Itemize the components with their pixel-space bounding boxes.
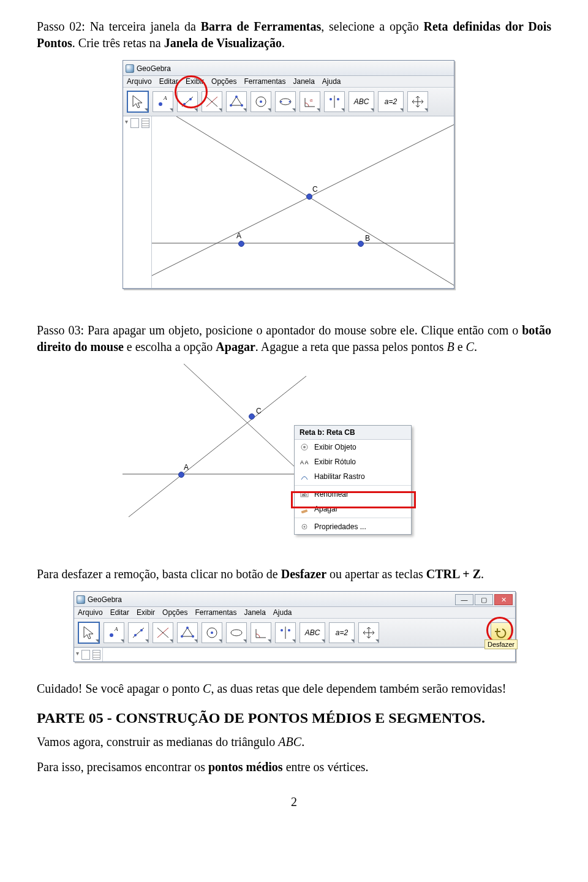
tool-reflect[interactable] xyxy=(275,622,296,643)
tool-move-view[interactable] xyxy=(358,622,379,643)
undo-text: Para desfazer a remoção, basta clicar no… xyxy=(37,566,551,582)
tool-slider[interactable]: a=2 xyxy=(378,91,404,112)
label-c2: C xyxy=(256,407,262,415)
menu-editar[interactable]: Editar xyxy=(110,608,129,617)
menu-arquivo[interactable]: Arquivo xyxy=(78,608,103,617)
svg-marker-41 xyxy=(182,628,193,636)
italic: B xyxy=(447,340,454,353)
menu-ajuda[interactable]: Ajuda xyxy=(322,77,341,86)
menu-ferramentas[interactable]: Ferramentas xyxy=(195,608,236,617)
cursor-icon xyxy=(81,625,96,640)
text: Passo 03: Para apagar um objeto, posicio… xyxy=(37,323,522,337)
ctx-label: Renomear xyxy=(314,490,349,499)
svg-point-18 xyxy=(330,98,332,100)
axes-icon[interactable] xyxy=(81,650,90,660)
menu-janela[interactable]: Janela xyxy=(244,608,265,617)
tool-point[interactable]: A xyxy=(153,91,173,112)
side-panel: ▾ xyxy=(123,116,152,288)
tool-move[interactable] xyxy=(78,622,100,644)
maximize-button[interactable]: ▢ xyxy=(475,594,493,605)
tool-circle[interactable] xyxy=(202,622,222,643)
app-icon xyxy=(77,595,85,604)
geogebra-window: GeoGebra Arquivo Editar Exibir Opções Fe… xyxy=(123,60,454,289)
tool-angle[interactable]: α xyxy=(300,91,320,112)
tool-text[interactable]: ABC xyxy=(349,91,374,112)
tool-ellipse[interactable] xyxy=(226,622,247,643)
svg-line-20 xyxy=(152,123,454,276)
text: . xyxy=(481,567,484,581)
move-view-icon xyxy=(361,625,376,640)
minimize-button[interactable]: — xyxy=(455,594,473,605)
text: , selecione a opção xyxy=(321,20,423,33)
menu-opcoes[interactable]: Opções xyxy=(211,77,236,86)
move-view-icon xyxy=(410,94,425,109)
svg-point-50 xyxy=(288,629,290,631)
svg-point-49 xyxy=(281,629,283,631)
axes-icon[interactable] xyxy=(130,118,139,128)
tool-reflect[interactable] xyxy=(324,91,345,112)
svg-text:A A: A A xyxy=(300,459,309,466)
svg-point-46 xyxy=(211,631,213,634)
tool-circle[interactable] xyxy=(251,91,271,112)
ctx-exibir-rotulo[interactable]: A A Exibir Rótulo xyxy=(295,454,411,469)
menu-janela[interactable]: Janela xyxy=(293,77,314,86)
svg-point-19 xyxy=(337,98,339,100)
menu-arquivo[interactable]: Arquivo xyxy=(127,77,152,86)
tool-move-view[interactable] xyxy=(407,91,428,112)
menu-ferramentas[interactable]: Ferramentas xyxy=(244,77,285,86)
text: . Agague a reta que passa pelos pontos xyxy=(255,340,447,353)
tool-line[interactable] xyxy=(128,622,149,643)
polygon-icon xyxy=(229,94,244,109)
svg-point-12 xyxy=(260,100,262,103)
ctx-propriedades[interactable]: Propriedades ... xyxy=(295,519,411,534)
geogebra-window-wide: GeoGebra — ▢ ✕ Arquivo Editar Exibir Opç… xyxy=(74,591,516,662)
svg-point-0 xyxy=(159,102,162,106)
tool-ellipse[interactable] xyxy=(275,91,296,112)
svg-point-15 xyxy=(289,101,291,103)
ctx-exibir-objeto[interactable]: Exibir Objeto xyxy=(295,440,411,454)
app-title: GeoGebra xyxy=(137,64,171,73)
ellipse-icon xyxy=(278,94,293,109)
tool-move[interactable] xyxy=(127,91,149,113)
ctx-apagar[interactable]: Apagar xyxy=(295,502,411,516)
tool-slider[interactable]: a=2 xyxy=(329,622,355,643)
text: . xyxy=(474,340,477,353)
menu-opcoes[interactable]: Opções xyxy=(162,608,187,617)
svg-point-37 xyxy=(134,634,137,636)
point-c2[interactable] xyxy=(249,413,255,420)
point-a2[interactable] xyxy=(178,472,184,478)
rename-icon: ab xyxy=(300,489,309,499)
circle-icon xyxy=(205,625,219,640)
menu-editar[interactable]: Editar xyxy=(159,77,178,86)
point-c[interactable] xyxy=(306,194,312,200)
drawing-canvas[interactable]: C A B xyxy=(152,116,454,288)
section-heading: PARTE 05 - CONSTRUÇÃO DE PONTOS MÉDIOS E… xyxy=(37,708,551,728)
menu-exibir[interactable]: Exibir xyxy=(137,608,155,617)
ctx-renomear[interactable]: ab Renomear xyxy=(295,487,411,502)
tool-polygon[interactable] xyxy=(177,622,198,643)
ctx-habilitar-rastro[interactable]: Habilitar Rastro xyxy=(295,469,411,484)
tool-polygon[interactable] xyxy=(226,91,247,112)
svg-rect-31 xyxy=(301,509,308,513)
svg-point-47 xyxy=(231,630,242,636)
svg-line-36 xyxy=(133,628,144,638)
menu-ajuda[interactable]: Ajuda xyxy=(273,608,292,617)
tool-text[interactable]: ABC xyxy=(300,622,325,643)
point-b[interactable] xyxy=(358,241,364,247)
bold: CTRL + Z xyxy=(426,567,481,581)
grid-icon[interactable] xyxy=(141,118,150,128)
tool-angle[interactable] xyxy=(251,622,271,643)
tool-perpendicular[interactable] xyxy=(153,622,173,643)
text: Para desfazer a remoção, basta clicar no… xyxy=(37,567,281,581)
cursor-icon xyxy=(130,94,145,109)
close-button[interactable]: ✕ xyxy=(494,594,513,605)
tool-point[interactable]: A xyxy=(104,622,124,643)
canvas-svg xyxy=(152,116,454,288)
perp-icon xyxy=(156,625,170,640)
grid-icon[interactable] xyxy=(92,650,101,660)
italic: C xyxy=(203,682,211,695)
gear-icon xyxy=(300,522,309,532)
line-icon xyxy=(131,625,146,640)
point-a[interactable] xyxy=(238,241,244,247)
figure-2: C A Reta b: Reta CB Exibir Objeto A A Ex… xyxy=(123,364,551,548)
